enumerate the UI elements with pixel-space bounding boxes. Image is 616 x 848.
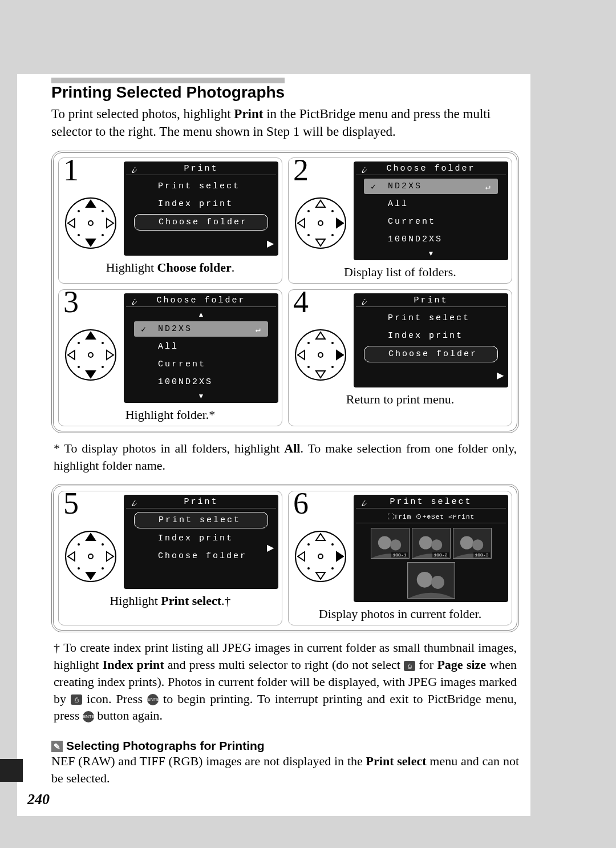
page: Printing Selected Photographs To print s… <box>17 74 530 816</box>
menu-item: Choose folder <box>364 346 498 362</box>
svg-point-27 <box>102 543 104 546</box>
camera-screen: 𝓲PrintPrint selectIndex printChoose fold… <box>354 293 508 387</box>
svg-point-19 <box>318 353 323 357</box>
pencil-icon: ✎ <box>51 741 63 752</box>
screen-header: 𝓲Print <box>126 164 276 175</box>
svg-point-4 <box>78 234 80 236</box>
screen-header: 𝓲Choose folder <box>126 296 276 307</box>
svg-point-35 <box>331 567 334 570</box>
enter-icon: ↵ <box>485 181 492 192</box>
page-number: 240 <box>27 791 50 808</box>
enter-icon-2: ENTER <box>83 711 94 722</box>
wrench-icon: 𝓲 <box>360 497 364 509</box>
svg-point-14 <box>78 342 80 344</box>
multi-selector-icon <box>292 195 349 252</box>
menu-item: All <box>134 339 268 354</box>
camera-screen: 𝓲Print select⛶Trim ⏲+⊕Set ⏎Print 100-1 1… <box>354 495 508 602</box>
svg-point-28 <box>78 567 80 570</box>
menu-item: Print select <box>134 179 268 194</box>
menu-item: 100ND2XS <box>134 374 268 390</box>
intro-pre: To print selected photos, highlight <box>51 107 234 121</box>
svg-point-32 <box>307 543 310 546</box>
svg-point-44 <box>472 540 483 551</box>
step: 4 𝓲PrintPrint selectIndex printChoose fo… <box>288 289 512 426</box>
step-caption: Return to print menu. <box>292 392 508 407</box>
wrench-icon: 𝓲 <box>131 296 134 308</box>
svg-point-13 <box>88 353 93 357</box>
edge-tab <box>0 759 23 782</box>
menu-item: Current <box>364 214 498 229</box>
menu-item: Choose folder <box>134 214 268 231</box>
svg-point-23 <box>331 366 334 368</box>
menu-item: Index print <box>134 196 268 212</box>
note-block: ✎Selecting Photographs for Printing NEF … <box>51 739 519 786</box>
step-number: 1 <box>63 155 79 185</box>
svg-point-10 <box>307 234 310 236</box>
section-title: Printing Selected Photographs <box>51 78 285 102</box>
svg-point-3 <box>102 210 104 212</box>
right-arrow-icon: ▶ <box>267 238 274 249</box>
step: 6 𝓲Print select⛶Trim ⏲+⊕Set ⏎Print 100-1… <box>288 491 512 625</box>
menu-item: Choose folder <box>134 548 268 564</box>
svg-point-15 <box>102 342 104 344</box>
svg-point-8 <box>307 210 310 212</box>
svg-point-34 <box>307 567 310 570</box>
svg-point-9 <box>331 210 334 212</box>
wrench-icon: 𝓲 <box>360 164 364 176</box>
right-arrow-icon: ▶ <box>267 542 274 553</box>
svg-point-31 <box>318 554 323 559</box>
thumbnail: 100-1 <box>371 528 410 559</box>
intro-bold: Print <box>234 107 263 121</box>
svg-point-2 <box>78 210 80 212</box>
svg-point-20 <box>307 342 310 344</box>
footnote-2: † To create index print listing all JPEG… <box>54 639 517 724</box>
svg-point-37 <box>378 536 391 550</box>
printer-inline-icon: ⎙ <box>404 661 415 671</box>
menu-item: ND2XS↵ <box>134 321 268 337</box>
thumbnail-large <box>407 562 455 599</box>
wrench-icon: 𝓲 <box>360 296 364 308</box>
note-title: ✎Selecting Photographs for Printing <box>51 739 519 753</box>
svg-point-33 <box>331 543 334 546</box>
svg-point-5 <box>102 234 104 236</box>
step-caption: Display list of folders. <box>292 265 508 280</box>
screen-header: 𝓲Print <box>126 497 276 508</box>
steps-grid-2: 5 𝓲PrintPrint selectIndex printChoose fo… <box>51 484 519 632</box>
svg-point-41 <box>431 540 442 551</box>
enter-icon: ENTER <box>147 694 159 705</box>
wrench-icon: 𝓲 <box>131 164 134 176</box>
footnote-1: * To display photos in all folders, high… <box>54 440 517 474</box>
step-number: 2 <box>293 155 309 185</box>
step: 3 𝓲Choose folder▲ND2XS↵AllCurrent100ND2X… <box>58 289 282 426</box>
scroll-up-icon: ▲ <box>126 310 276 319</box>
menu-item: Index print <box>134 531 268 546</box>
step-caption: Highlight folder.* <box>62 407 278 422</box>
menu-item: Print select <box>134 512 268 528</box>
thumbnail: 100-2 <box>412 528 451 559</box>
thumbnail-row: 100-1 100-2 100-3 <box>356 526 506 561</box>
thumbnail: 100-3 <box>453 528 492 559</box>
camera-screen: 𝓲Choose folderND2XS↵AllCurrent100ND2XS▼ <box>354 161 508 260</box>
menu-item: Print select <box>364 310 498 326</box>
fn1-bold: All <box>284 441 300 455</box>
scroll-down-icon: ▼ <box>356 249 506 258</box>
step: 2 𝓲Choose folderND2XS↵AllCurrent100ND2XS… <box>288 158 512 284</box>
camera-screen: 𝓲Choose folder▲ND2XS↵AllCurrent100ND2XS▼ <box>124 293 278 403</box>
multi-selector-icon <box>62 528 119 585</box>
step: 1 𝓲PrintPrint selectIndex printChoose fo… <box>58 158 282 284</box>
step: 5 𝓲PrintPrint selectIndex printChoose fo… <box>58 491 282 625</box>
fn1-pre: * To display photos in all folders, high… <box>54 441 284 455</box>
svg-point-11 <box>331 234 334 236</box>
svg-point-25 <box>88 554 93 559</box>
menu-item: Current <box>134 357 268 372</box>
screen-header: 𝓲Print select <box>356 497 506 508</box>
step-number: 4 <box>293 286 309 317</box>
menu-item: All <box>364 196 498 212</box>
svg-point-43 <box>460 536 473 550</box>
printer-mark-icon: ⎙ <box>71 694 82 705</box>
svg-point-38 <box>390 540 401 551</box>
multi-selector-icon <box>292 528 349 585</box>
svg-point-16 <box>78 366 80 368</box>
steps-grid-1: 1 𝓲PrintPrint selectIndex printChoose fo… <box>51 151 519 433</box>
multi-selector-icon <box>292 326 349 383</box>
